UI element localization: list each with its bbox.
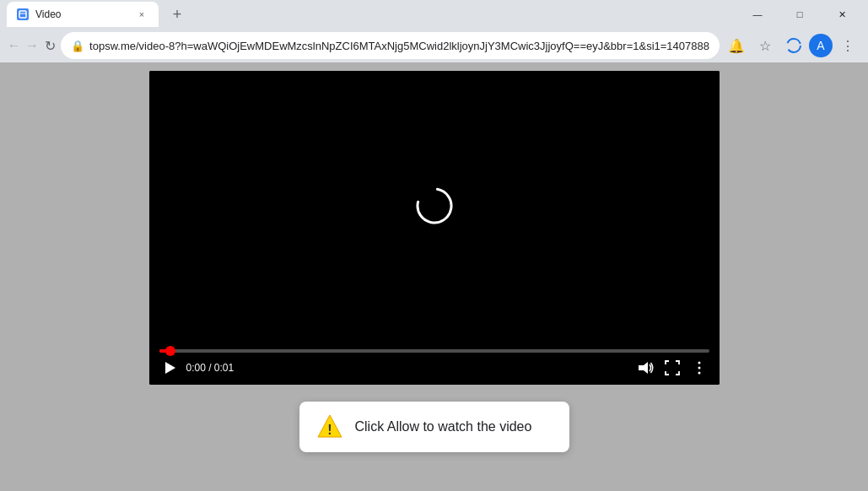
lock-icon: 🔒 xyxy=(71,40,84,52)
video-player: 0:00 / 0:01 xyxy=(149,71,720,385)
notifications-button[interactable]: 🔔 xyxy=(723,32,750,59)
svg-rect-0 xyxy=(19,11,26,18)
controls-row: 0:00 / 0:01 xyxy=(159,358,709,378)
svg-marker-5 xyxy=(639,362,648,374)
svg-marker-4 xyxy=(165,362,175,374)
reload-button[interactable]: ↻ xyxy=(43,32,57,59)
forward-button[interactable]: → xyxy=(24,32,39,59)
url-text: topsw.me/video-8?h=waWQiOjEwMDEwMzcslnNp… xyxy=(89,40,709,52)
browser-toolbar: ← → ↻ 🔒 topsw.me/video-8?h=waWQiOjEwMDEw… xyxy=(0,29,868,62)
tab-favicon xyxy=(17,8,29,20)
fullscreen-button[interactable] xyxy=(662,358,682,378)
minimize-button[interactable]: — xyxy=(738,0,777,29)
browser-chrome: Video × + — □ ✕ ← → ↻ 🔒 topsw.me/video-8… xyxy=(0,0,868,62)
svg-point-3 xyxy=(414,186,453,225)
notification-toast: ! Click Allow to watch the video xyxy=(299,402,569,452)
svg-point-6 xyxy=(698,362,700,364)
title-bar: Video × + — □ ✕ xyxy=(0,0,868,29)
warning-triangle-icon: ! xyxy=(316,413,343,440)
tab-title: Video xyxy=(35,8,128,20)
loading-spinner xyxy=(414,186,455,226)
progress-thumb xyxy=(165,346,175,356)
new-tab-button[interactable]: + xyxy=(165,3,189,26)
address-bar[interactable]: 🔒 topsw.me/video-8?h=waWQiOjEwMDEwMzcsln… xyxy=(61,32,720,59)
back-button[interactable]: ← xyxy=(7,32,21,59)
video-screen xyxy=(149,71,720,341)
tab-close-button[interactable]: × xyxy=(135,8,148,21)
update-button[interactable] xyxy=(780,32,807,59)
play-button[interactable] xyxy=(159,358,180,378)
svg-point-8 xyxy=(698,372,700,375)
toolbar-right: 🔔 ☆ A ⋮ xyxy=(723,32,861,59)
time-display: 0:00 / 0:01 xyxy=(186,362,235,374)
page-content: 0:00 / 0:01 xyxy=(0,62,868,491)
toast-message: Click Allow to watch the video xyxy=(355,419,532,434)
video-controls: 0:00 / 0:01 xyxy=(149,341,720,385)
menu-button[interactable]: ⋮ xyxy=(834,32,861,59)
svg-point-7 xyxy=(698,367,700,370)
browser-tab[interactable]: Video × xyxy=(7,2,159,27)
bookmark-button[interactable]: ☆ xyxy=(752,32,779,59)
profile-button[interactable]: A xyxy=(809,34,833,57)
maximize-button[interactable]: □ xyxy=(780,0,819,29)
window-controls: — □ ✕ xyxy=(738,0,861,29)
svg-text:!: ! xyxy=(327,423,332,437)
volume-button[interactable] xyxy=(635,358,655,378)
svg-point-2 xyxy=(787,39,801,52)
title-bar-left: Video × + xyxy=(7,2,189,27)
more-options-button[interactable] xyxy=(689,358,709,378)
close-button[interactable]: ✕ xyxy=(822,0,861,29)
progress-bar[interactable] xyxy=(159,349,709,353)
